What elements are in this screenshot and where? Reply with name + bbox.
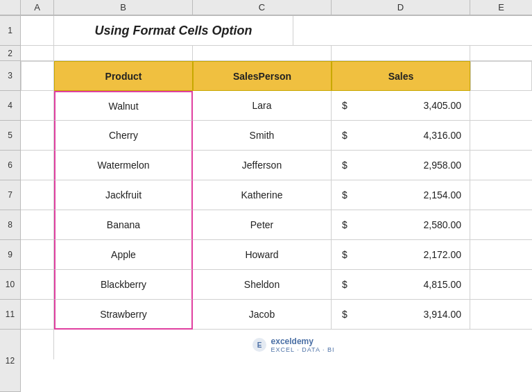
cell-e10 [470,270,532,300]
cell-d4: $ 3,405.00 [332,91,470,121]
cell-c11: Jacob [193,300,332,330]
cell-a9 [21,240,54,270]
spreadsheet: A B C D E 1 2 3 4 5 6 7 8 9 10 11 12 [0,0,532,392]
col-header-b: B [54,0,193,15]
cell-b8: Banana [54,210,193,240]
cell-b9: Apple [54,240,193,270]
cell-c6: Jefferson [193,151,332,180]
logo-row: E exceldemy EXCEL · DATA · BI [21,330,532,392]
row-headers: 1 2 3 4 5 6 7 8 9 10 11 12 [0,16,21,392]
data-row-6: Watermelon Jefferson $ 2,958.00 [21,151,532,180]
corner-cell [0,0,21,15]
cell-d2 [332,46,470,61]
sheet-body: 1 2 3 4 5 6 7 8 9 10 11 12 Using Format … [0,16,532,392]
row-num-9: 9 [0,240,21,270]
cell-a4 [21,91,54,121]
cell-e8 [470,210,532,240]
column-headers: A B C D E [0,0,532,16]
header-sales: Sales [332,61,470,91]
logo: E exceldemy EXCEL · DATA · BI [252,336,335,353]
spreadsheet-title: Using Format Cells Option [94,24,252,38]
cell-d10: $ 4,815.00 [332,270,470,300]
logo-cell: E exceldemy EXCEL · DATA · BI [54,330,532,359]
cell-d11: $ 3,914.00 [332,300,470,330]
cell-c7: Katherine [193,180,332,210]
row-num-1: 1 [0,16,21,46]
cell-c10: Sheldon [193,270,332,300]
cell-a6 [21,151,54,180]
cell-a5 [21,121,54,151]
col-header-e: E [470,0,532,15]
svg-text:E: E [257,341,261,349]
row-num-12: 12 [0,330,21,392]
cell-a8 [21,210,54,240]
cell-b4: Walnut [54,91,193,121]
data-row-10: Blackberry Sheldon $ 4,815.00 [21,270,532,300]
row-num-3: 3 [0,61,21,91]
row-num-10: 10 [0,270,21,300]
cell-e5 [470,121,532,151]
cell-a7 [21,180,54,210]
cell-e6 [470,151,532,180]
row-num-4: 4 [0,91,21,121]
cell-c4: Lara [193,91,332,121]
cell-b11: Strawberry [54,300,193,330]
title-cell: Using Format Cells Option [54,16,293,46]
cell-a3 [21,61,54,91]
cell-d6: $ 2,958.00 [332,151,470,180]
col-header-d: D [332,0,470,15]
header-product: Product [54,61,193,91]
cell-c8: Peter [193,210,332,240]
data-rows: Walnut Lara $ 3,405.00 Cherry Smith $ 4,… [21,91,532,330]
cell-e4 [470,91,532,121]
cell-e9 [470,240,532,270]
cell-a2 [21,46,54,61]
table-header-row: Product SalesPerson Sales [21,61,532,91]
cell-c5: Smith [193,121,332,151]
cell-e7 [470,180,532,210]
grid: Using Format Cells Option Product Sal [21,16,532,392]
cell-d8: $ 2,580.00 [332,210,470,240]
row-num-5: 5 [0,121,21,151]
col-header-a: A [21,0,54,15]
row-num-7: 7 [0,180,21,210]
cell-a11 [21,300,54,330]
cell-b5: Cherry [54,121,193,151]
cell-a1 [21,16,54,46]
data-row-11: Strawberry Jacob $ 3,914.00 [21,300,532,330]
data-row-8: Banana Peter $ 2,580.00 [21,210,532,240]
data-row-5: Cherry Smith $ 4,316.00 [21,121,532,151]
row-num-8: 8 [0,210,21,240]
cell-b6: Watermelon [54,151,193,180]
cell-c9: Howard [193,240,332,270]
cell-a12 [21,330,54,359]
cell-b7: Jackfruit [54,180,193,210]
data-row-7: Jackfruit Katherine $ 2,154.00 [21,180,532,210]
col-header-c: C [193,0,332,15]
header-salesperson: SalesPerson [193,61,332,91]
cell-d9: $ 2,172.00 [332,240,470,270]
title-row: Using Format Cells Option [21,16,532,46]
exceldemy-icon: E [252,337,267,352]
data-row-4: Walnut Lara $ 3,405.00 [21,91,532,121]
logo-name: exceldemy [271,336,335,346]
cell-d5: $ 4,316.00 [332,121,470,151]
cell-a10 [21,270,54,300]
cell-e1 [293,16,532,46]
cell-b2 [54,46,193,61]
logo-tagline: EXCEL · DATA · BI [271,346,335,353]
cell-e3 [470,61,532,91]
row-num-11: 11 [0,300,21,330]
cell-b10: Blackberry [54,270,193,300]
row-num-6: 6 [0,151,21,180]
data-row-9: Apple Howard $ 2,172.00 [21,240,532,270]
cell-e11 [470,300,532,330]
cell-d7: $ 2,154.00 [332,180,470,210]
empty-row-2 [21,46,532,61]
row-num-2: 2 [0,46,21,61]
cell-e2 [470,46,532,61]
cell-c2 [193,46,332,61]
